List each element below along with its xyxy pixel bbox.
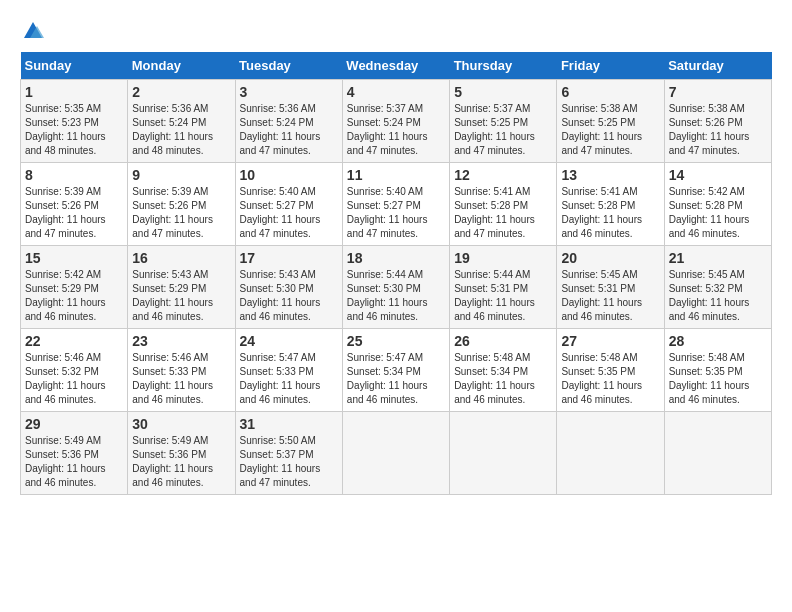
day-number: 18	[347, 250, 445, 266]
calendar-cell: 27 Sunrise: 5:48 AM Sunset: 5:35 PM Dayl…	[557, 329, 664, 412]
page-header	[20, 20, 772, 42]
day-info: Sunrise: 5:48 AM Sunset: 5:35 PM Dayligh…	[561, 351, 659, 407]
day-number: 15	[25, 250, 123, 266]
day-info: Sunrise: 5:48 AM Sunset: 5:34 PM Dayligh…	[454, 351, 552, 407]
day-number: 5	[454, 84, 552, 100]
calendar-cell: 15 Sunrise: 5:42 AM Sunset: 5:29 PM Dayl…	[21, 246, 128, 329]
calendar-cell	[450, 412, 557, 495]
logo-icon	[22, 20, 44, 42]
calendar-cell	[557, 412, 664, 495]
calendar-cell: 8 Sunrise: 5:39 AM Sunset: 5:26 PM Dayli…	[21, 163, 128, 246]
day-info: Sunrise: 5:36 AM Sunset: 5:24 PM Dayligh…	[240, 102, 338, 158]
calendar-week-row: 15 Sunrise: 5:42 AM Sunset: 5:29 PM Dayl…	[21, 246, 772, 329]
calendar-cell: 2 Sunrise: 5:36 AM Sunset: 5:24 PM Dayli…	[128, 80, 235, 163]
calendar-cell: 21 Sunrise: 5:45 AM Sunset: 5:32 PM Dayl…	[664, 246, 771, 329]
calendar-cell: 7 Sunrise: 5:38 AM Sunset: 5:26 PM Dayli…	[664, 80, 771, 163]
day-info: Sunrise: 5:47 AM Sunset: 5:33 PM Dayligh…	[240, 351, 338, 407]
day-info: Sunrise: 5:45 AM Sunset: 5:31 PM Dayligh…	[561, 268, 659, 324]
day-info: Sunrise: 5:40 AM Sunset: 5:27 PM Dayligh…	[240, 185, 338, 241]
column-header-sunday: Sunday	[21, 52, 128, 80]
calendar-cell: 26 Sunrise: 5:48 AM Sunset: 5:34 PM Dayl…	[450, 329, 557, 412]
day-info: Sunrise: 5:47 AM Sunset: 5:34 PM Dayligh…	[347, 351, 445, 407]
calendar-week-row: 8 Sunrise: 5:39 AM Sunset: 5:26 PM Dayli…	[21, 163, 772, 246]
column-header-saturday: Saturday	[664, 52, 771, 80]
day-number: 13	[561, 167, 659, 183]
day-number: 27	[561, 333, 659, 349]
calendar-cell: 29 Sunrise: 5:49 AM Sunset: 5:36 PM Dayl…	[21, 412, 128, 495]
day-info: Sunrise: 5:37 AM Sunset: 5:25 PM Dayligh…	[454, 102, 552, 158]
calendar-cell	[664, 412, 771, 495]
day-number: 23	[132, 333, 230, 349]
calendar-table: SundayMondayTuesdayWednesdayThursdayFrid…	[20, 52, 772, 495]
calendar-week-row: 1 Sunrise: 5:35 AM Sunset: 5:23 PM Dayli…	[21, 80, 772, 163]
column-header-tuesday: Tuesday	[235, 52, 342, 80]
calendar-cell: 6 Sunrise: 5:38 AM Sunset: 5:25 PM Dayli…	[557, 80, 664, 163]
calendar-cell: 13 Sunrise: 5:41 AM Sunset: 5:28 PM Dayl…	[557, 163, 664, 246]
calendar-cell: 17 Sunrise: 5:43 AM Sunset: 5:30 PM Dayl…	[235, 246, 342, 329]
day-number: 4	[347, 84, 445, 100]
calendar-cell: 4 Sunrise: 5:37 AM Sunset: 5:24 PM Dayli…	[342, 80, 449, 163]
calendar-cell: 11 Sunrise: 5:40 AM Sunset: 5:27 PM Dayl…	[342, 163, 449, 246]
calendar-week-row: 22 Sunrise: 5:46 AM Sunset: 5:32 PM Dayl…	[21, 329, 772, 412]
calendar-cell: 12 Sunrise: 5:41 AM Sunset: 5:28 PM Dayl…	[450, 163, 557, 246]
day-number: 10	[240, 167, 338, 183]
calendar-week-row: 29 Sunrise: 5:49 AM Sunset: 5:36 PM Dayl…	[21, 412, 772, 495]
calendar-cell: 24 Sunrise: 5:47 AM Sunset: 5:33 PM Dayl…	[235, 329, 342, 412]
logo	[20, 20, 44, 42]
day-number: 24	[240, 333, 338, 349]
day-number: 22	[25, 333, 123, 349]
day-number: 12	[454, 167, 552, 183]
calendar-cell: 31 Sunrise: 5:50 AM Sunset: 5:37 PM Dayl…	[235, 412, 342, 495]
day-info: Sunrise: 5:35 AM Sunset: 5:23 PM Dayligh…	[25, 102, 123, 158]
calendar-header-row: SundayMondayTuesdayWednesdayThursdayFrid…	[21, 52, 772, 80]
calendar-cell: 5 Sunrise: 5:37 AM Sunset: 5:25 PM Dayli…	[450, 80, 557, 163]
day-info: Sunrise: 5:45 AM Sunset: 5:32 PM Dayligh…	[669, 268, 767, 324]
day-number: 2	[132, 84, 230, 100]
day-info: Sunrise: 5:44 AM Sunset: 5:31 PM Dayligh…	[454, 268, 552, 324]
day-info: Sunrise: 5:43 AM Sunset: 5:29 PM Dayligh…	[132, 268, 230, 324]
day-number: 9	[132, 167, 230, 183]
calendar-cell: 19 Sunrise: 5:44 AM Sunset: 5:31 PM Dayl…	[450, 246, 557, 329]
day-number: 3	[240, 84, 338, 100]
day-info: Sunrise: 5:48 AM Sunset: 5:35 PM Dayligh…	[669, 351, 767, 407]
day-number: 29	[25, 416, 123, 432]
calendar-cell: 28 Sunrise: 5:48 AM Sunset: 5:35 PM Dayl…	[664, 329, 771, 412]
day-info: Sunrise: 5:49 AM Sunset: 5:36 PM Dayligh…	[25, 434, 123, 490]
day-number: 26	[454, 333, 552, 349]
day-info: Sunrise: 5:38 AM Sunset: 5:25 PM Dayligh…	[561, 102, 659, 158]
day-number: 11	[347, 167, 445, 183]
column-header-wednesday: Wednesday	[342, 52, 449, 80]
calendar-cell: 22 Sunrise: 5:46 AM Sunset: 5:32 PM Dayl…	[21, 329, 128, 412]
calendar-cell: 1 Sunrise: 5:35 AM Sunset: 5:23 PM Dayli…	[21, 80, 128, 163]
column-header-friday: Friday	[557, 52, 664, 80]
day-info: Sunrise: 5:44 AM Sunset: 5:30 PM Dayligh…	[347, 268, 445, 324]
day-number: 21	[669, 250, 767, 266]
day-number: 20	[561, 250, 659, 266]
day-number: 19	[454, 250, 552, 266]
day-info: Sunrise: 5:39 AM Sunset: 5:26 PM Dayligh…	[132, 185, 230, 241]
day-number: 28	[669, 333, 767, 349]
day-info: Sunrise: 5:41 AM Sunset: 5:28 PM Dayligh…	[454, 185, 552, 241]
calendar-cell: 14 Sunrise: 5:42 AM Sunset: 5:28 PM Dayl…	[664, 163, 771, 246]
calendar-cell: 16 Sunrise: 5:43 AM Sunset: 5:29 PM Dayl…	[128, 246, 235, 329]
calendar-cell: 3 Sunrise: 5:36 AM Sunset: 5:24 PM Dayli…	[235, 80, 342, 163]
calendar-cell: 10 Sunrise: 5:40 AM Sunset: 5:27 PM Dayl…	[235, 163, 342, 246]
day-number: 14	[669, 167, 767, 183]
day-info: Sunrise: 5:36 AM Sunset: 5:24 PM Dayligh…	[132, 102, 230, 158]
calendar-cell: 25 Sunrise: 5:47 AM Sunset: 5:34 PM Dayl…	[342, 329, 449, 412]
day-info: Sunrise: 5:43 AM Sunset: 5:30 PM Dayligh…	[240, 268, 338, 324]
column-header-monday: Monday	[128, 52, 235, 80]
day-info: Sunrise: 5:50 AM Sunset: 5:37 PM Dayligh…	[240, 434, 338, 490]
calendar-cell: 30 Sunrise: 5:49 AM Sunset: 5:36 PM Dayl…	[128, 412, 235, 495]
day-number: 1	[25, 84, 123, 100]
calendar-cell: 20 Sunrise: 5:45 AM Sunset: 5:31 PM Dayl…	[557, 246, 664, 329]
day-number: 7	[669, 84, 767, 100]
day-number: 25	[347, 333, 445, 349]
day-info: Sunrise: 5:39 AM Sunset: 5:26 PM Dayligh…	[25, 185, 123, 241]
day-number: 31	[240, 416, 338, 432]
day-info: Sunrise: 5:49 AM Sunset: 5:36 PM Dayligh…	[132, 434, 230, 490]
day-info: Sunrise: 5:40 AM Sunset: 5:27 PM Dayligh…	[347, 185, 445, 241]
day-number: 17	[240, 250, 338, 266]
day-info: Sunrise: 5:42 AM Sunset: 5:29 PM Dayligh…	[25, 268, 123, 324]
calendar-cell: 23 Sunrise: 5:46 AM Sunset: 5:33 PM Dayl…	[128, 329, 235, 412]
